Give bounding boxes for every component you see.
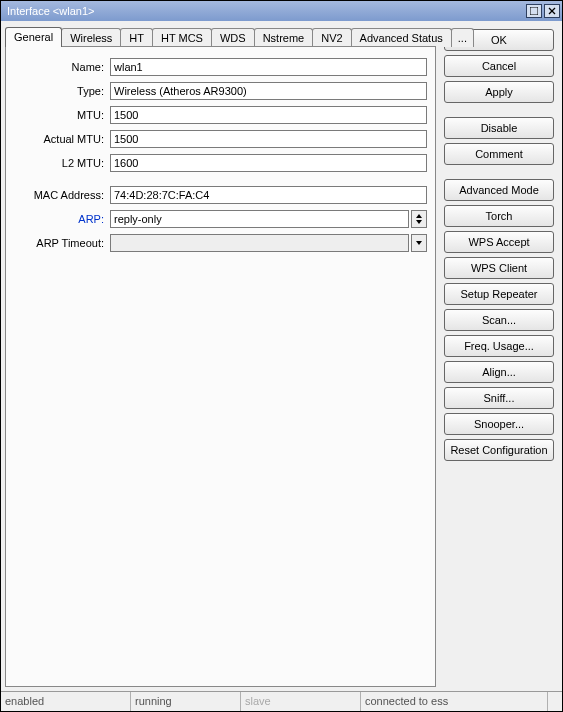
- scan-button[interactable]: Scan...: [444, 309, 554, 331]
- statusbar: enabled running slave connected to ess: [1, 691, 562, 711]
- row-arp: ARP:: [14, 209, 427, 229]
- tab-strip: General Wireless HT HT MCS WDS Nstreme N…: [5, 25, 436, 47]
- sniff-button[interactable]: Sniff...: [444, 387, 554, 409]
- tab-nstreme[interactable]: Nstreme: [254, 28, 314, 47]
- apply-button[interactable]: Apply: [444, 81, 554, 103]
- label-type: Type:: [14, 85, 110, 97]
- input-mtu[interactable]: [110, 106, 427, 124]
- label-mac: MAC Address:: [14, 189, 110, 201]
- row-type: Type:: [14, 81, 427, 101]
- wps-client-button[interactable]: WPS Client: [444, 257, 554, 279]
- updown-icon: [415, 213, 423, 225]
- reset-config-button[interactable]: Reset Configuration: [444, 439, 554, 461]
- row-mtu: MTU:: [14, 105, 427, 125]
- tab-general[interactable]: General: [5, 27, 62, 47]
- status-running: running: [131, 692, 241, 711]
- status-connection: connected to ess: [361, 692, 548, 711]
- cancel-button[interactable]: Cancel: [444, 55, 554, 77]
- tab-wireless[interactable]: Wireless: [61, 28, 121, 47]
- status-spacer: [548, 692, 562, 711]
- tab-wds[interactable]: WDS: [211, 28, 255, 47]
- row-l2-mtu: L2 MTU:: [14, 153, 427, 173]
- label-name: Name:: [14, 61, 110, 73]
- titlebar: Interface <wlan1>: [1, 1, 562, 21]
- tab-more[interactable]: ...: [451, 28, 474, 47]
- torch-button[interactable]: Torch: [444, 205, 554, 227]
- label-mtu: MTU:: [14, 109, 110, 121]
- input-arp[interactable]: [110, 210, 409, 228]
- svg-marker-5: [416, 241, 422, 245]
- wps-accept-button[interactable]: WPS Accept: [444, 231, 554, 253]
- label-actual-mtu: Actual MTU:: [14, 133, 110, 145]
- row-arp-timeout: ARP Timeout:: [14, 233, 427, 253]
- align-button[interactable]: Align...: [444, 361, 554, 383]
- right-pane: OK Cancel Apply Disable Comment Advanced…: [440, 21, 562, 691]
- close-icon: [548, 7, 556, 15]
- upper-area: General Wireless HT HT MCS WDS Nstreme N…: [1, 21, 562, 691]
- arp-dropdown-button[interactable]: [411, 210, 427, 228]
- label-arp[interactable]: ARP:: [14, 213, 110, 225]
- chevron-down-icon: [415, 239, 423, 247]
- close-button[interactable]: [544, 4, 560, 18]
- input-type: [110, 82, 427, 100]
- disable-button[interactable]: Disable: [444, 117, 554, 139]
- svg-rect-0: [530, 7, 538, 15]
- row-actual-mtu: Actual MTU:: [14, 129, 427, 149]
- status-slave: slave: [241, 692, 361, 711]
- input-arp-timeout[interactable]: [110, 234, 409, 252]
- minimize-icon: [530, 7, 538, 15]
- svg-marker-4: [416, 220, 422, 224]
- window-title: Interface <wlan1>: [7, 5, 524, 17]
- comment-button[interactable]: Comment: [444, 143, 554, 165]
- svg-marker-3: [416, 214, 422, 218]
- arp-timeout-expand-button[interactable]: [411, 234, 427, 252]
- tab-ht-mcs[interactable]: HT MCS: [152, 28, 212, 47]
- input-l2-mtu[interactable]: [110, 154, 427, 172]
- tab-advanced-status[interactable]: Advanced Status: [351, 28, 452, 47]
- minimize-button[interactable]: [526, 4, 542, 18]
- input-actual-mtu: [110, 130, 427, 148]
- tab-nv2[interactable]: NV2: [312, 28, 351, 47]
- label-l2-mtu: L2 MTU:: [14, 157, 110, 169]
- freq-usage-button[interactable]: Freq. Usage...: [444, 335, 554, 357]
- setup-repeater-button[interactable]: Setup Repeater: [444, 283, 554, 305]
- tab-ht[interactable]: HT: [120, 28, 153, 47]
- advanced-mode-button[interactable]: Advanced Mode: [444, 179, 554, 201]
- input-name[interactable]: [110, 58, 427, 76]
- snooper-button[interactable]: Snooper...: [444, 413, 554, 435]
- tabpage-general: Name: Type: MTU:: [5, 46, 436, 687]
- input-mac[interactable]: [110, 186, 427, 204]
- window-frame: Interface <wlan1> General Wireless HT HT…: [0, 0, 563, 712]
- row-mac: MAC Address:: [14, 185, 427, 205]
- row-name: Name:: [14, 57, 427, 77]
- status-enabled: enabled: [1, 692, 131, 711]
- label-arp-timeout: ARP Timeout:: [14, 237, 110, 249]
- left-pane: General Wireless HT HT MCS WDS Nstreme N…: [1, 21, 440, 691]
- client-area: General Wireless HT HT MCS WDS Nstreme N…: [1, 21, 562, 711]
